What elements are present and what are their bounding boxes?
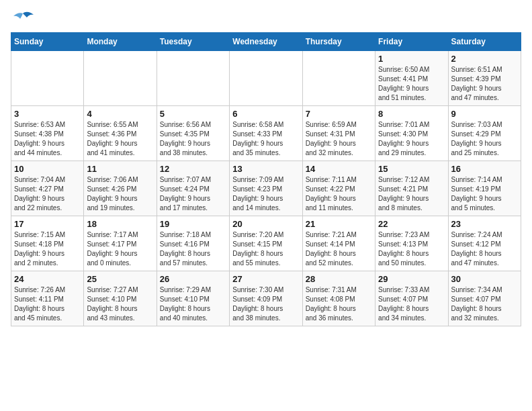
day-number: 25 xyxy=(87,274,153,284)
calendar-row: 10Sunrise: 7:04 AM Sunset: 4:27 PM Dayli… xyxy=(11,161,521,216)
day-info: Sunrise: 6:50 AM Sunset: 4:41 PM Dayligh… xyxy=(378,65,445,103)
calendar-cell: 30Sunrise: 7:34 AM Sunset: 4:07 PM Dayli… xyxy=(448,271,521,326)
day-number: 1 xyxy=(378,54,445,64)
day-info: Sunrise: 6:56 AM Sunset: 4:35 PM Dayligh… xyxy=(160,120,226,158)
day-info: Sunrise: 6:59 AM Sunset: 4:31 PM Dayligh… xyxy=(306,120,372,158)
calendar-cell: 2Sunrise: 6:51 AM Sunset: 4:39 PM Daylig… xyxy=(448,51,521,106)
header-wednesday: Wednesday xyxy=(230,33,302,51)
calendar-cell: 14Sunrise: 7:11 AM Sunset: 4:22 PM Dayli… xyxy=(302,161,375,216)
day-number: 22 xyxy=(378,219,445,229)
day-info: Sunrise: 7:15 AM Sunset: 4:18 PM Dayligh… xyxy=(14,230,81,268)
day-info: Sunrise: 6:51 AM Sunset: 4:39 PM Dayligh… xyxy=(451,65,518,103)
day-number: 21 xyxy=(306,219,372,229)
day-number: 19 xyxy=(160,219,226,229)
logo-bird-icon xyxy=(11,11,35,30)
day-info: Sunrise: 7:21 AM Sunset: 4:14 PM Dayligh… xyxy=(306,230,372,268)
day-number: 27 xyxy=(232,274,299,284)
calendar-cell xyxy=(11,51,84,106)
day-number: 13 xyxy=(232,164,299,174)
day-info: Sunrise: 7:26 AM Sunset: 4:11 PM Dayligh… xyxy=(14,285,81,323)
day-number: 16 xyxy=(451,164,518,174)
day-number: 2 xyxy=(451,54,518,64)
day-number: 29 xyxy=(378,274,445,284)
calendar-cell: 18Sunrise: 7:17 AM Sunset: 4:17 PM Dayli… xyxy=(84,216,157,271)
day-info: Sunrise: 7:12 AM Sunset: 4:21 PM Dayligh… xyxy=(378,175,445,213)
day-number: 6 xyxy=(232,109,299,119)
day-info: Sunrise: 7:31 AM Sunset: 4:08 PM Dayligh… xyxy=(306,285,372,323)
day-info: Sunrise: 6:58 AM Sunset: 4:33 PM Dayligh… xyxy=(232,120,299,158)
calendar-cell: 5Sunrise: 6:56 AM Sunset: 4:35 PM Daylig… xyxy=(157,106,229,161)
day-number: 14 xyxy=(306,164,372,174)
day-info: Sunrise: 7:29 AM Sunset: 4:10 PM Dayligh… xyxy=(160,285,226,323)
day-info: Sunrise: 6:55 AM Sunset: 4:36 PM Dayligh… xyxy=(87,120,153,158)
day-number: 24 xyxy=(14,274,81,284)
calendar-cell: 24Sunrise: 7:26 AM Sunset: 4:11 PM Dayli… xyxy=(11,271,84,326)
day-number: 23 xyxy=(451,219,518,229)
day-info: Sunrise: 7:11 AM Sunset: 4:22 PM Dayligh… xyxy=(306,175,372,213)
day-info: Sunrise: 7:06 AM Sunset: 4:26 PM Dayligh… xyxy=(87,175,153,213)
day-number: 5 xyxy=(160,109,226,119)
calendar-cell: 10Sunrise: 7:04 AM Sunset: 4:27 PM Dayli… xyxy=(11,161,84,216)
day-number: 15 xyxy=(378,164,445,174)
calendar-cell: 7Sunrise: 6:59 AM Sunset: 4:31 PM Daylig… xyxy=(302,106,375,161)
day-number: 17 xyxy=(14,219,81,229)
calendar-cell: 8Sunrise: 7:01 AM Sunset: 4:30 PM Daylig… xyxy=(375,106,448,161)
day-info: Sunrise: 7:14 AM Sunset: 4:19 PM Dayligh… xyxy=(451,175,518,213)
day-info: Sunrise: 7:33 AM Sunset: 4:07 PM Dayligh… xyxy=(378,285,445,323)
calendar-cell xyxy=(157,51,229,106)
calendar-cell: 13Sunrise: 7:09 AM Sunset: 4:23 PM Dayli… xyxy=(230,161,302,216)
day-number: 30 xyxy=(451,274,518,284)
calendar-cell: 11Sunrise: 7:06 AM Sunset: 4:26 PM Dayli… xyxy=(84,161,157,216)
header-thursday: Thursday xyxy=(302,33,375,51)
calendar-cell: 25Sunrise: 7:27 AM Sunset: 4:10 PM Dayli… xyxy=(84,271,157,326)
header-monday: Monday xyxy=(84,33,157,51)
day-info: Sunrise: 7:23 AM Sunset: 4:13 PM Dayligh… xyxy=(378,230,445,268)
day-number: 4 xyxy=(87,109,153,119)
calendar-cell: 9Sunrise: 7:03 AM Sunset: 4:29 PM Daylig… xyxy=(448,106,521,161)
calendar-cell xyxy=(230,51,302,106)
calendar-cell: 29Sunrise: 7:33 AM Sunset: 4:07 PM Dayli… xyxy=(375,271,448,326)
day-info: Sunrise: 7:34 AM Sunset: 4:07 PM Dayligh… xyxy=(451,285,518,323)
logo xyxy=(11,11,38,30)
day-number: 18 xyxy=(87,219,153,229)
calendar-cell: 20Sunrise: 7:20 AM Sunset: 4:15 PM Dayli… xyxy=(230,216,302,271)
day-number: 8 xyxy=(378,109,445,119)
day-number: 12 xyxy=(160,164,226,174)
header-sunday: Sunday xyxy=(11,33,84,51)
calendar-cell: 17Sunrise: 7:15 AM Sunset: 4:18 PM Dayli… xyxy=(11,216,84,271)
calendar-cell: 6Sunrise: 6:58 AM Sunset: 4:33 PM Daylig… xyxy=(230,106,302,161)
day-number: 11 xyxy=(87,164,153,174)
calendar-row: 17Sunrise: 7:15 AM Sunset: 4:18 PM Dayli… xyxy=(11,216,521,271)
day-info: Sunrise: 7:17 AM Sunset: 4:17 PM Dayligh… xyxy=(87,230,153,268)
calendar-cell: 26Sunrise: 7:29 AM Sunset: 4:10 PM Dayli… xyxy=(157,271,229,326)
day-number: 20 xyxy=(232,219,299,229)
day-number: 7 xyxy=(306,109,372,119)
day-number: 10 xyxy=(14,164,81,174)
day-info: Sunrise: 6:53 AM Sunset: 4:38 PM Dayligh… xyxy=(14,120,81,158)
day-info: Sunrise: 7:07 AM Sunset: 4:24 PM Dayligh… xyxy=(160,175,226,213)
calendar-cell xyxy=(84,51,157,106)
header-saturday: Saturday xyxy=(448,33,521,51)
calendar-cell xyxy=(302,51,375,106)
day-info: Sunrise: 7:04 AM Sunset: 4:27 PM Dayligh… xyxy=(14,175,81,213)
day-info: Sunrise: 7:30 AM Sunset: 4:09 PM Dayligh… xyxy=(232,285,299,323)
day-info: Sunrise: 7:18 AM Sunset: 4:16 PM Dayligh… xyxy=(160,230,226,268)
day-number: 26 xyxy=(160,274,226,284)
day-info: Sunrise: 7:27 AM Sunset: 4:10 PM Dayligh… xyxy=(87,285,153,323)
calendar-row: 3Sunrise: 6:53 AM Sunset: 4:38 PM Daylig… xyxy=(11,106,521,161)
day-number: 28 xyxy=(306,274,372,284)
calendar-cell: 1Sunrise: 6:50 AM Sunset: 4:41 PM Daylig… xyxy=(375,51,448,106)
header-row: SundayMondayTuesdayWednesdayThursdayFrid… xyxy=(11,33,521,51)
day-number: 9 xyxy=(451,109,518,119)
day-info: Sunrise: 7:24 AM Sunset: 4:12 PM Dayligh… xyxy=(451,230,518,268)
calendar-cell: 4Sunrise: 6:55 AM Sunset: 4:36 PM Daylig… xyxy=(84,106,157,161)
calendar-cell: 3Sunrise: 6:53 AM Sunset: 4:38 PM Daylig… xyxy=(11,106,84,161)
calendar-cell: 27Sunrise: 7:30 AM Sunset: 4:09 PM Dayli… xyxy=(230,271,302,326)
calendar-cell: 28Sunrise: 7:31 AM Sunset: 4:08 PM Dayli… xyxy=(302,271,375,326)
calendar-cell: 16Sunrise: 7:14 AM Sunset: 4:19 PM Dayli… xyxy=(448,161,521,216)
header-friday: Friday xyxy=(375,33,448,51)
calendar-row: 24Sunrise: 7:26 AM Sunset: 4:11 PM Dayli… xyxy=(11,271,521,326)
calendar-cell: 23Sunrise: 7:24 AM Sunset: 4:12 PM Dayli… xyxy=(448,216,521,271)
day-info: Sunrise: 7:03 AM Sunset: 4:29 PM Dayligh… xyxy=(451,120,518,158)
day-info: Sunrise: 7:01 AM Sunset: 4:30 PM Dayligh… xyxy=(378,120,445,158)
